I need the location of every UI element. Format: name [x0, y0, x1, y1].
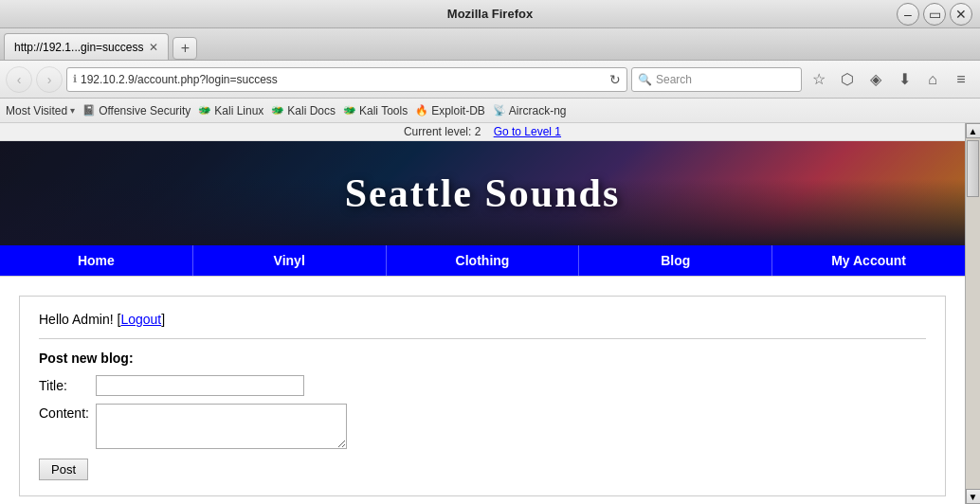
header-background: Seattle Sounds: [0, 141, 965, 245]
browser-content: Current level: 2 Go to Level 1 Seattle S…: [0, 123, 980, 504]
most-visited-bookmark[interactable]: Most Visited ▾: [6, 104, 75, 117]
offensive-security-icon: 📓: [82, 104, 96, 117]
window-controls: – ▭ ✕: [897, 3, 972, 26]
go-to-level-link[interactable]: Go to Level 1: [494, 125, 561, 138]
url-bar[interactable]: ℹ 192.10.2.9/account.php?login=success ↻: [66, 67, 627, 92]
bookmark-kali-tools[interactable]: 🐲 Kali Tools: [343, 104, 408, 117]
pocket-icon[interactable]: ⬡: [834, 66, 861, 93]
post-button[interactable]: Post: [39, 459, 88, 480]
bookmark-aircrack-ng[interactable]: 📡 Aircrack-ng: [493, 104, 567, 117]
site-navigation: Home Vinyl Clothing Blog My Account: [0, 245, 965, 277]
search-placeholder: Search: [656, 73, 692, 86]
download-icon[interactable]: ⬇: [891, 66, 917, 93]
active-tab[interactable]: http://192.1...gin=success ✕: [4, 33, 169, 60]
nav-home[interactable]: Home: [0, 245, 193, 276]
kali-linux-icon: 🐲: [198, 104, 211, 117]
content-box: Hello Admin! [Logout] Post new blog: Tit…: [19, 296, 946, 496]
logout-link[interactable]: Logout: [120, 312, 161, 327]
scrollbar-track[interactable]: [966, 138, 980, 489]
nav-vinyl[interactable]: Vinyl: [193, 245, 387, 276]
search-bar[interactable]: 🔍 Search: [631, 67, 802, 92]
titlebar: Mozilla Firefox – ▭ ✕: [0, 0, 980, 28]
back-button[interactable]: ‹: [6, 66, 32, 93]
home-icon[interactable]: ⌂: [919, 66, 946, 93]
site-header: Seattle Sounds: [0, 141, 965, 245]
kali-docs-label: Kali Docs: [287, 104, 336, 117]
search-icon: 🔍: [638, 73, 652, 86]
level-notice: Current level: 2 Go to Level 1: [0, 123, 965, 141]
maximize-button[interactable]: ▭: [923, 3, 946, 26]
tab-bar: http://192.1...gin=success ✕ +: [0, 28, 980, 61]
hello-text: Hello Admin! [Logout]: [39, 312, 926, 339]
bookmark-icon[interactable]: ☆: [806, 66, 832, 93]
title-row: Title:: [39, 375, 926, 396]
refresh-icon[interactable]: ↻: [609, 72, 621, 87]
most-visited-arrow: ▾: [70, 105, 75, 116]
scrollbar-thumb[interactable]: [967, 140, 979, 197]
tab-label: http://192.1...gin=success: [14, 41, 143, 54]
exploit-db-icon: 🔥: [415, 104, 428, 117]
bookmark-kali-linux[interactable]: 🐲 Kali Linux: [198, 104, 263, 117]
nav-blog[interactable]: Blog: [579, 245, 772, 276]
scrollbar[interactable]: ▲ ▼: [965, 123, 980, 504]
bookmark-exploit-db[interactable]: 🔥 Exploit-DB: [415, 104, 485, 117]
main-content: Hello Admin! [Logout] Post new blog: Tit…: [0, 277, 965, 504]
hello-suffix: ]: [161, 312, 165, 327]
new-tab-button[interactable]: +: [172, 37, 197, 60]
aircrack-ng-label: Aircrack-ng: [509, 104, 567, 117]
navigation-bar: ‹ › ℹ 192.10.2.9/account.php?login=succe…: [0, 61, 980, 99]
form-heading: Post new blog:: [39, 351, 926, 366]
kali-tools-icon: 🐲: [343, 104, 356, 117]
content-label: Content:: [39, 404, 96, 421]
bookmark-kali-docs[interactable]: 🐲 Kali Docs: [271, 104, 336, 117]
kali-linux-label: Kali Linux: [214, 104, 263, 117]
content-row: Content:: [39, 404, 926, 449]
minimize-button[interactable]: –: [897, 3, 919, 26]
nav-my-account[interactable]: My Account: [772, 245, 965, 276]
exploit-db-label: Exploit-DB: [431, 104, 485, 117]
tab-close-button[interactable]: ✕: [149, 41, 158, 54]
forward-button[interactable]: ›: [36, 66, 63, 93]
scroll-up-button[interactable]: ▲: [966, 123, 981, 138]
aircrack-ng-icon: 📡: [493, 104, 506, 117]
content-textarea[interactable]: [96, 404, 347, 449]
close-button[interactable]: ✕: [950, 3, 972, 26]
bookmark-offensive-security[interactable]: 📓 Offensive Security: [82, 104, 191, 117]
toolbar-icons: ☆ ⬡ ◈ ⬇ ⌂ ≡: [806, 66, 974, 93]
hello-prefix: Hello Admin! [: [39, 312, 120, 327]
window-title: Mozilla Firefox: [447, 7, 533, 21]
level-text: Current level: 2: [404, 125, 481, 138]
title-input[interactable]: [96, 375, 304, 396]
kali-tools-label: Kali Tools: [359, 104, 408, 117]
bookmarks-bar: Most Visited ▾ 📓 Offensive Security 🐲 Ka…: [0, 99, 980, 123]
title-label: Title:: [39, 378, 96, 393]
site-title: Seattle Sounds: [0, 171, 965, 216]
offensive-security-label: Offensive Security: [99, 104, 191, 117]
shield-icon[interactable]: ◈: [862, 66, 889, 93]
nav-clothing[interactable]: Clothing: [387, 245, 580, 276]
most-visited-label: Most Visited: [6, 104, 67, 117]
forward-icon: ›: [47, 72, 52, 87]
menu-icon[interactable]: ≡: [948, 66, 974, 93]
kali-docs-icon: 🐲: [271, 104, 284, 117]
back-icon: ‹: [17, 72, 22, 87]
website-viewport: Current level: 2 Go to Level 1 Seattle S…: [0, 123, 965, 504]
url-text: 192.10.2.9/account.php?login=success: [81, 73, 606, 86]
scroll-down-button[interactable]: ▼: [966, 489, 981, 504]
info-icon: ℹ: [73, 73, 77, 85]
